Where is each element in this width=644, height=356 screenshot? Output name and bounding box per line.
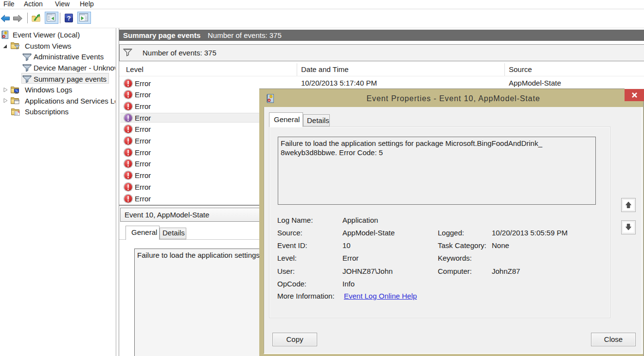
svg-text:?: ? [67, 15, 71, 22]
